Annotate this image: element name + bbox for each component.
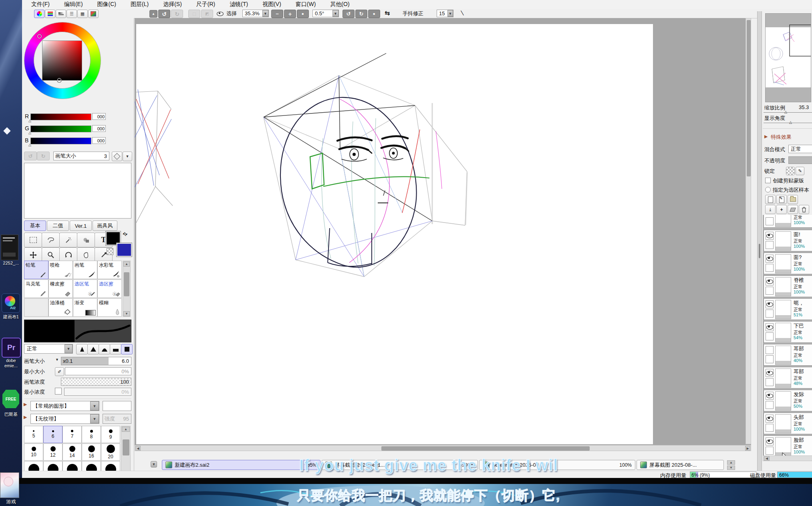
canvas-hscrollbar[interactable]: ◀ ▶ <box>135 445 751 451</box>
zoom-in-button[interactable]: ＋ <box>284 10 296 18</box>
canvas-hscroll-left-button[interactable]: ◀ <box>135 446 141 451</box>
hand-tool[interactable] <box>77 247 95 262</box>
desktop-icon-premiere[interactable]: Pr <box>2 338 21 358</box>
panel-mode-mixer-button[interactable] <box>88 10 99 18</box>
tab-ver1[interactable]: Ver.1 <box>70 221 92 231</box>
menu-layer[interactable]: 图层(L) <box>127 0 152 8</box>
lock-transparency-button[interactable] <box>786 167 795 175</box>
menu-other[interactable]: 其他(O) <box>326 0 353 8</box>
blend-mode-dropdown[interactable]: 正常 <box>788 145 812 153</box>
menu-image[interactable]: 图像(C) <box>94 0 120 8</box>
size-preset-12[interactable]: 12 <box>43 443 62 461</box>
canvas-hscroll-thumb[interactable] <box>381 446 590 451</box>
splitter-handle[interactable] <box>759 244 760 258</box>
layer-row-chin[interactable]: 下巴 正常 54% <box>764 321 812 343</box>
canvas-drawing[interactable] <box>135 18 751 450</box>
layer-row-hairline[interactable]: 发际 正常 50% <box>764 390 812 411</box>
brush-blend-arrow[interactable]: ▼ <box>64 344 73 353</box>
rect-select-tool[interactable] <box>24 233 42 247</box>
navigator-zoom-slider[interactable] <box>764 112 812 113</box>
layer-visibility-toggle[interactable] <box>766 323 774 331</box>
zoom-reset-button[interactable]: ■ <box>297 10 309 18</box>
effects-expander[interactable]: ▶ <box>764 134 768 139</box>
size-preset-6[interactable]: 6 <box>43 426 62 443</box>
menu-filter[interactable]: 滤镜(T) <box>226 0 252 8</box>
brush-ink[interactable]: 画笔 <box>73 261 97 279</box>
size-preset-16[interactable]: 16 <box>82 443 101 461</box>
shape-preset-expander[interactable]: ▶ <box>24 402 27 407</box>
tip-shape-flat-button[interactable] <box>110 344 121 354</box>
layer-visibility-toggle[interactable] <box>766 277 774 285</box>
min-density-field[interactable]: 0% <box>64 388 131 396</box>
navigator-angle-slider[interactable] <box>764 123 812 123</box>
selection-visibility-eye-icon[interactable] <box>217 12 224 16</box>
brush-selection-pen[interactable]: 选区笔 S <box>73 279 97 298</box>
layer-visibility-toggle[interactable] <box>766 300 774 308</box>
navigator-angle-marker[interactable]: △ <box>789 120 792 124</box>
tip-shape-dome-button[interactable] <box>99 344 110 354</box>
lasso-tool[interactable] <box>42 233 60 247</box>
zoom-value-dropdown[interactable]: 35.3% ▼ <box>242 10 269 17</box>
merge-down-button[interactable]: ⤓ <box>765 205 776 214</box>
panel-mode-gray-button[interactable] <box>56 10 66 18</box>
rotate-cw-button[interactable]: ↻ <box>355 10 367 18</box>
color-undo-button[interactable]: ↺ <box>24 152 37 160</box>
rotate-ccw-button[interactable]: ↺ <box>343 10 355 18</box>
canvas-hscroll-right-button[interactable]: ▶ <box>745 446 750 451</box>
redo-button[interactable]: ↻ <box>171 10 183 18</box>
size-preset-9[interactable]: 9 <box>101 426 120 443</box>
menu-file[interactable]: 文件(F) <box>28 0 53 8</box>
b-value-field[interactable]: 000 <box>92 137 106 144</box>
shape-preset-arrow[interactable]: ▼ <box>90 401 99 411</box>
eraser-toggle-button[interactable] <box>112 152 122 161</box>
canvas-vscrollbar[interactable] <box>746 18 751 444</box>
shape-preset-dropdown[interactable]: 【常规的圆形】 ▼ <box>30 401 99 411</box>
toolbar-collapse-button[interactable]: ▲ <box>149 10 157 18</box>
zoom-dropdown-arrow[interactable]: ▼ <box>262 10 268 17</box>
swap-colors-icon[interactable]: ⇄ <box>121 230 129 237</box>
layer-visibility-toggle[interactable] <box>766 437 774 445</box>
tip-shape-spike-button[interactable] <box>76 344 88 354</box>
brush-scroll-down-button[interactable]: ▼ <box>123 311 130 316</box>
stroke-line-icon[interactable]: ﹨ <box>459 9 465 17</box>
menu-select[interactable]: 选择(S) <box>159 0 185 8</box>
r-slider-marker[interactable]: △ <box>28 119 31 123</box>
g-slider[interactable] <box>30 125 91 132</box>
zoom-tool[interactable] <box>42 247 60 262</box>
sv-square[interactable] <box>42 40 82 81</box>
desktop-icon-game[interactable] <box>0 472 19 498</box>
size-scroll-thumb[interactable] <box>123 439 129 455</box>
delete-layer-button[interactable] <box>799 205 809 214</box>
menu-window[interactable]: 窗口(W) <box>292 0 320 8</box>
angle-dropdown-arrow[interactable]: ▼ <box>332 10 339 17</box>
shape-tool[interactable] <box>77 233 95 247</box>
brush-scroll-thumb[interactable] <box>124 272 129 296</box>
deselect-button[interactable]: ⬚ <box>188 10 200 18</box>
texture-preset-expander[interactable]: ▶ <box>24 415 27 420</box>
menu-view[interactable]: 视图(V) <box>259 0 285 8</box>
scratchpad-panel[interactable] <box>24 163 131 219</box>
navigator-zoom-marker[interactable]: △ <box>784 110 787 114</box>
rotate-view-tool[interactable] <box>59 247 77 262</box>
tab-toolstyle[interactable]: 画具风 <box>93 221 117 231</box>
layer-row-ear[interactable]: 耳部 正常 48% <box>764 367 812 389</box>
size-preset-8[interactable]: 8 <box>82 426 101 443</box>
layer-row-partial-top[interactable]: 正常 100% <box>764 215 812 229</box>
desktop-icon-kaspersky[interactable]: FREE <box>2 390 19 408</box>
move-tool[interactable] <box>24 247 42 262</box>
magic-wand-tool[interactable] <box>59 233 77 247</box>
layer-visibility-toggle[interactable] <box>766 255 774 263</box>
tip-shape-cone-button[interactable] <box>87 344 99 354</box>
brush-airbrush[interactable]: 喷枪 <box>48 261 73 279</box>
layer-row-spine[interactable]: 脊椎 正常 100% <box>764 275 812 297</box>
transparent-color-swatch[interactable] <box>107 248 113 255</box>
panel-mode-grid-button[interactable]: ▦ <box>77 10 88 18</box>
layer-row-ear-hidden[interactable]: 耳部 正常 40% <box>764 344 812 366</box>
brush-watercolor[interactable]: 水彩笔 <box>97 261 122 279</box>
canvas-vscroll-thumb[interactable] <box>747 20 751 176</box>
brush-selection-eraser[interactable]: 选区擦 S <box>97 279 122 298</box>
flip-horizontal-icon[interactable]: ⇆ <box>385 9 390 17</box>
new-lineart-layer-button[interactable]: ✎ <box>776 195 787 204</box>
min-density-checkbox[interactable] <box>55 388 62 395</box>
zoom-out-button[interactable]: − <box>271 10 283 18</box>
